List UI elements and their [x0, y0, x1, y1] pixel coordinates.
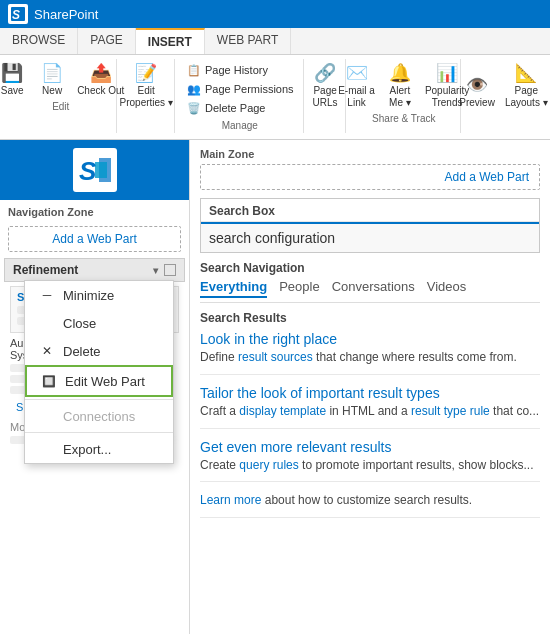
ribbon-group-share: ✉️ E-mail aLink 🔔 AlertMe ▾ 📊 Popularity… [348, 59, 461, 133]
sidebar-logo-area: S [0, 140, 189, 200]
result-desc-4: Learn more about how to customize search… [200, 492, 540, 509]
result-item-2: Tailor the look of important result type… [200, 385, 540, 429]
properties-buttons: 📝 EditProperties ▾ [117, 59, 176, 111]
ribbon-group-edit: 💾 Save 📄 New 📤 Check Out Edit [6, 59, 117, 133]
delete-page-button[interactable]: 🗑️ Delete Page [183, 99, 269, 117]
refinement-header[interactable]: Refinement ▾ [4, 258, 185, 282]
nav-zone-label: Navigation Zone [0, 200, 189, 222]
page-history-label: Page History [205, 64, 268, 76]
result-title-2[interactable]: Tailor the look of important result type… [200, 385, 540, 401]
sidebar-add-webpart-button[interactable]: Add a Web Part [8, 226, 181, 252]
context-menu-close[interactable]: Close [25, 309, 173, 337]
result-link-3-1[interactable]: query rules [239, 458, 298, 472]
preview-icon: 👁️ [465, 73, 489, 97]
context-menu-delete[interactable]: ✕ Delete [25, 337, 173, 365]
email-link-button[interactable]: ✉️ E-mail aLink [335, 59, 378, 111]
preview-buttons: 👁️ Preview 📐 PageLayouts ▾ [456, 59, 550, 111]
ribbon-group-properties: 📝 EditProperties ▾ . [119, 59, 175, 133]
result-link-2-1[interactable]: display template [239, 404, 326, 418]
close-icon [39, 315, 55, 331]
result-link-1-1[interactable]: result sources [238, 350, 313, 364]
sp-s-logo: S [73, 148, 117, 192]
search-nav-tabs: Everything People Conversations Videos [200, 279, 540, 303]
main-layout: S Navigation Zone Add a Web Part Refinem… [0, 140, 550, 634]
manage-row1: 📋 Page History [183, 61, 297, 79]
new-icon: 📄 [40, 61, 64, 85]
result-link-4-1[interactable]: Learn more [200, 493, 261, 507]
edit-wp-icon: 🔲 [41, 373, 57, 389]
ribbon-group-manage: 📋 Page History 👥 Page Permissions 🗑️ Del… [177, 59, 304, 133]
result-desc-2-after: that co... [490, 404, 539, 418]
preview-button[interactable]: 👁️ Preview [456, 71, 498, 111]
search-input-display[interactable]: search configuration [201, 222, 539, 252]
email-label: E-mail aLink [338, 85, 375, 109]
new-button[interactable]: 📄 New [34, 59, 70, 99]
edit-buttons: 💾 Save 📄 New 📤 Check Out [0, 59, 127, 99]
nav-tab-everything[interactable]: Everything [200, 279, 267, 298]
context-menu: ─ Minimize Close ✕ Delete 🔲 Edit Web Par… [24, 280, 174, 464]
manage-row3: 🗑️ Delete Page [183, 99, 297, 117]
main-zone-label: Main Zone [200, 148, 540, 160]
save-button[interactable]: 💾 Save [0, 59, 30, 99]
content-area: Main Zone Add a Web Part Search Box sear… [190, 140, 550, 634]
context-menu-separator-2 [25, 432, 173, 433]
nav-tab-conversations[interactable]: Conversations [332, 279, 415, 298]
tab-browse[interactable]: BROWSE [0, 28, 78, 54]
result-desc-2-mid: in HTML and a [326, 404, 411, 418]
result-title-3[interactable]: Get even more relevant results [200, 439, 540, 455]
manage-group-label: Manage [183, 120, 297, 131]
result-desc-1-before: Define [200, 350, 238, 364]
delete-page-label: Delete Page [205, 102, 266, 114]
svg-text:S: S [79, 156, 97, 186]
manage-row2: 👥 Page Permissions [183, 80, 297, 98]
edit-group-label: Edit [52, 101, 69, 112]
page-permissions-button[interactable]: 👥 Page Permissions [183, 80, 297, 98]
nav-tab-videos[interactable]: Videos [427, 279, 467, 298]
result-title-1[interactable]: Look in the right place [200, 331, 540, 347]
content-add-webpart-button[interactable]: Add a Web Part [200, 164, 540, 190]
search-nav-label: Search Navigation [200, 261, 540, 275]
minimize-box[interactable] [164, 264, 176, 276]
close-label: Close [63, 316, 96, 331]
ribbon-tabs: BROWSE PAGE INSERT WEB PART [0, 28, 550, 55]
page-permissions-label: Page Permissions [205, 83, 294, 95]
ribbon-group-preview: 👁️ Preview 📐 PageLayouts ▾ Pa... [463, 59, 544, 133]
search-results-section: Search Results Look in the right place D… [200, 311, 540, 518]
refinement-label: Refinement [13, 263, 78, 277]
context-menu-connections: Connections [25, 402, 173, 430]
result-link-2-2[interactable]: result type rule [411, 404, 490, 418]
alert-me-button[interactable]: 🔔 AlertMe ▾ [382, 59, 418, 111]
context-menu-minimize[interactable]: ─ Minimize [25, 281, 173, 309]
result-desc-2-before: Craft a [200, 404, 239, 418]
connections-icon [39, 408, 55, 424]
tab-insert[interactable]: INSERT [136, 28, 205, 54]
alert-icon: 🔔 [388, 61, 412, 85]
edit-wp-label: Edit Web Part [65, 374, 145, 389]
email-icon: ✉️ [345, 61, 369, 85]
checkout-icon: 📤 [89, 61, 113, 85]
tab-webpart[interactable]: WEB PART [205, 28, 292, 54]
context-menu-edit-webpart[interactable]: 🔲 Edit Web Part [25, 365, 173, 397]
minimize-label: Minimize [63, 288, 114, 303]
result-item-4: Learn more about how to customize search… [200, 492, 540, 518]
svg-marker-5 [95, 162, 107, 178]
result-item-3: Get even more relevant results Create qu… [200, 439, 540, 483]
tab-page[interactable]: PAGE [78, 28, 135, 54]
page-urls-icon: 🔗 [313, 61, 337, 85]
titlebar: S SharePoint [0, 0, 550, 28]
context-menu-separator [25, 399, 173, 400]
edit-properties-button[interactable]: 📝 EditProperties ▾ [117, 59, 176, 111]
share-buttons: ✉️ E-mail aLink 🔔 AlertMe ▾ 📊 Popularity… [335, 59, 472, 111]
ribbon-content: 💾 Save 📄 New 📤 Check Out Edit 📝 Edit [0, 55, 550, 139]
ribbon: BROWSE PAGE INSERT WEB PART 💾 Save 📄 New… [0, 28, 550, 140]
alert-label: AlertMe ▾ [389, 85, 411, 109]
page-history-button[interactable]: 📋 Page History [183, 61, 271, 79]
result-desc-1: Define result sources that change where … [200, 349, 540, 366]
minimize-icon: ─ [39, 287, 55, 303]
nav-tab-people[interactable]: People [279, 279, 319, 298]
result-desc-3: Create query rules to promote important … [200, 457, 540, 474]
export-icon [39, 441, 55, 457]
page-layouts-button[interactable]: 📐 PageLayouts ▾ [502, 59, 550, 111]
context-menu-export[interactable]: Export... [25, 435, 173, 463]
preview-label: Preview [459, 97, 495, 109]
